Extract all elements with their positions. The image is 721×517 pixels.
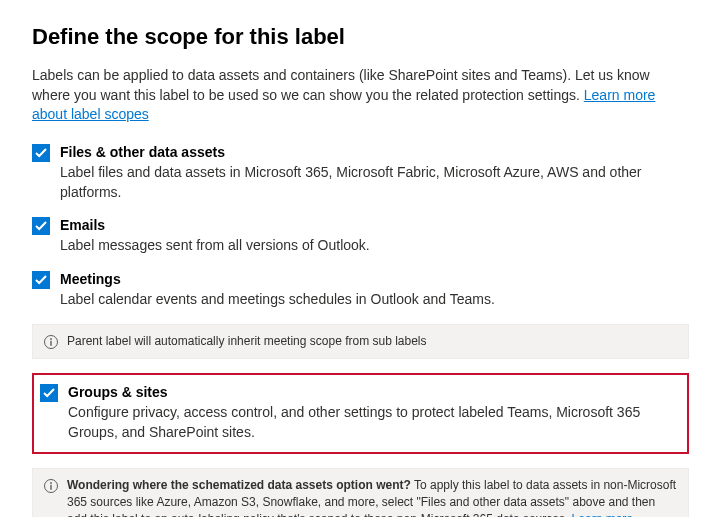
schematized-info-strong: Wondering where the schematized data ass… [67, 478, 411, 492]
info-icon [43, 478, 59, 494]
option-groups-desc: Configure privacy, access control, and o… [68, 403, 681, 442]
checkbox-meetings[interactable] [32, 271, 50, 289]
option-groups-title: Groups & sites [68, 383, 681, 401]
schematized-info-text: Wondering where the schematized data ass… [67, 477, 678, 517]
schematized-info-banner: Wondering where the schematized data ass… [32, 468, 689, 517]
option-files-title: Files & other data assets [60, 143, 689, 161]
svg-point-1 [50, 338, 52, 340]
option-files: Files & other data assets Label files an… [32, 143, 689, 202]
check-icon [35, 220, 47, 232]
check-icon [35, 274, 47, 286]
checkbox-emails[interactable] [32, 217, 50, 235]
option-emails-title: Emails [60, 216, 689, 234]
option-meetings-desc: Label calendar events and meetings sched… [60, 290, 689, 310]
page-title: Define the scope for this label [32, 24, 689, 50]
check-icon [35, 147, 47, 159]
option-emails: Emails Label messages sent from all vers… [32, 216, 689, 256]
option-emails-desc: Label messages sent from all versions of… [60, 236, 689, 256]
schematized-learn-more-link[interactable]: Learn more [572, 512, 633, 517]
option-files-desc: Label files and data assets in Microsoft… [60, 163, 689, 202]
option-meetings-title: Meetings [60, 270, 689, 288]
inherit-info-text: Parent label will automatically inherit … [67, 333, 427, 350]
check-icon [43, 387, 55, 399]
svg-point-4 [50, 482, 52, 484]
intro-body: Labels can be applied to data assets and… [32, 67, 650, 103]
inherit-info-banner: Parent label will automatically inherit … [32, 324, 689, 359]
checkbox-groups[interactable] [40, 384, 58, 402]
svg-rect-5 [50, 485, 51, 490]
svg-rect-2 [50, 341, 51, 346]
checkbox-files[interactable] [32, 144, 50, 162]
option-groups-highlight: Groups & sites Configure privacy, access… [32, 373, 689, 454]
option-groups: Groups & sites Configure privacy, access… [40, 383, 681, 442]
intro-text: Labels can be applied to data assets and… [32, 66, 689, 125]
info-icon [43, 334, 59, 350]
option-meetings: Meetings Label calendar events and meeti… [32, 270, 689, 310]
